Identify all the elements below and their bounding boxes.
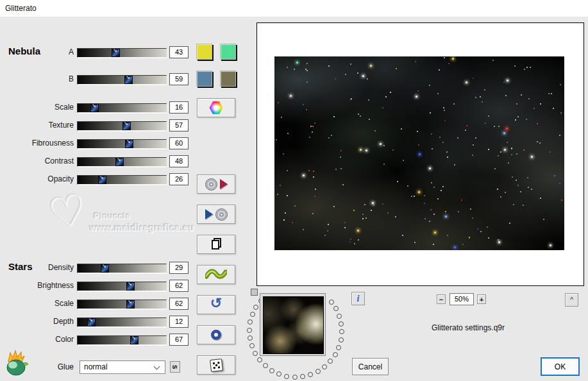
star — [424, 195, 425, 196]
memory-dot[interactable] — [328, 359, 333, 364]
slider-thumb[interactable]: ↘ — [130, 336, 139, 344]
memory-dot[interactable] — [333, 352, 338, 357]
memory-dot[interactable] — [308, 372, 313, 377]
nebula-color-b2-swatch[interactable] — [220, 71, 236, 87]
collapse-button[interactable]: ^ — [565, 293, 578, 307]
glue-cycle-button[interactable]: s — [170, 361, 180, 373]
slider-thumb[interactable]: ↘ — [98, 176, 106, 184]
nebula-a-value[interactable]: 43 — [169, 46, 189, 58]
memory-dot[interactable] — [269, 368, 274, 373]
memory-dot[interactable] — [250, 312, 255, 317]
slider-thumb[interactable]: ↘ — [87, 318, 96, 326]
stars-density-value[interactable]: 29 — [169, 262, 189, 274]
nebula-scale-slider[interactable]: ↘ — [77, 103, 167, 113]
slider-thumb[interactable]: ↘ — [101, 264, 109, 273]
slider-thumb[interactable]: ↘ — [90, 104, 99, 112]
nebula-contrast-slider[interactable]: ↘ — [77, 157, 167, 167]
nebula-scale-value[interactable]: 16 — [169, 101, 189, 114]
slider-thumb[interactable]: ↘ — [126, 282, 135, 291]
info-button[interactable]: i — [351, 292, 365, 305]
zoom-out-button[interactable]: − — [437, 294, 446, 304]
nebula-opacity-slider[interactable]: ↘ — [77, 175, 167, 185]
stars-brightness-value[interactable]: 62 — [169, 280, 189, 292]
memory-dot[interactable] — [339, 337, 344, 343]
star — [296, 62, 298, 64]
stars-brightness-slider[interactable]: ↘ — [77, 282, 167, 291]
memory-dot[interactable] — [339, 329, 344, 334]
memory-dot[interactable] — [248, 319, 253, 325]
preview-image[interactable] — [274, 56, 564, 250]
color-picker-button[interactable] — [197, 98, 235, 117]
memory-dot[interactable] — [253, 305, 258, 310]
nebula-texture-slider[interactable]: ↘ — [77, 121, 167, 131]
glue-dropdown[interactable]: normal — [80, 360, 165, 374]
nebula-a-slider[interactable]: ↘ — [77, 48, 167, 58]
reset-button[interactable] — [197, 325, 235, 344]
nebula-fibrousness-slider[interactable]: ↘ — [77, 139, 167, 149]
memory-dot[interactable] — [333, 306, 339, 311]
nebula-fibrousness-value[interactable]: 60 — [169, 137, 189, 149]
star — [531, 156, 533, 158]
memory-dot[interactable] — [322, 364, 327, 369]
memory-dot[interactable] — [263, 363, 268, 368]
randomize-button[interactable] — [197, 355, 235, 375]
nebula-opacity-value[interactable]: 26 — [169, 173, 189, 185]
memory-dot[interactable] — [292, 375, 298, 380]
undo-arrow-icon: ↺ — [210, 296, 222, 310]
memory-dot[interactable] — [257, 357, 262, 362]
slider-thumb[interactable]: ↘ — [115, 158, 124, 166]
ribbon-button[interactable] — [197, 265, 235, 284]
nebula-color-a2-swatch[interactable] — [220, 44, 236, 60]
save-settings-button[interactable] — [197, 174, 235, 194]
star — [432, 148, 433, 149]
nebula-contrast-value[interactable]: 48 — [169, 155, 189, 167]
cancel-button[interactable]: Cancel — [352, 358, 389, 375]
nebula-color-b1-swatch[interactable] — [196, 71, 212, 87]
nebula-texture-value[interactable]: 57 — [169, 119, 189, 131]
settings-thumbnail[interactable] — [263, 296, 324, 354]
star — [504, 149, 506, 151]
memory-dot[interactable] — [284, 374, 289, 379]
slider-thumb[interactable]: ↘ — [124, 76, 133, 84]
stars-depth-slider[interactable]: ↘ — [77, 318, 167, 327]
memory-dot[interactable] — [315, 369, 321, 374]
nebula-b-slider[interactable]: ↘ — [77, 75, 167, 85]
zoom-in-button[interactable]: + — [477, 294, 486, 304]
memory-dot[interactable] — [276, 371, 281, 377]
slider-thumb[interactable]: ↘ — [122, 122, 131, 130]
undo-button[interactable]: ↺ — [197, 295, 235, 314]
slider-thumb[interactable]: ↘ — [125, 140, 133, 148]
memory-dot[interactable] — [247, 328, 252, 333]
nebula-b-value[interactable]: 59 — [169, 73, 189, 85]
ok-button[interactable]: OK — [541, 357, 580, 376]
star — [350, 239, 351, 240]
star — [498, 126, 500, 127]
stars-density-slider[interactable]: ↘ — [77, 264, 167, 273]
copy-settings-button[interactable] — [197, 235, 235, 254]
slider-thumb[interactable]: ↘ — [126, 300, 135, 309]
star — [485, 123, 486, 124]
stars-density-label: Density — [0, 263, 74, 272]
nebula-color-a1-swatch[interactable] — [196, 44, 212, 60]
flaming-pear-logo — [3, 349, 31, 377]
star — [385, 96, 387, 97]
stars-depth-value[interactable]: 12 — [169, 316, 189, 328]
memory-dot[interactable] — [248, 335, 253, 341]
stars-scale-slider[interactable]: ↘ — [77, 300, 167, 309]
stars-color-slider[interactable]: ↘ — [77, 335, 167, 345]
star — [561, 199, 562, 201]
stars-color-value[interactable]: 67 — [169, 334, 189, 346]
memory-dot[interactable] — [336, 345, 341, 350]
memory-dot[interactable] — [339, 321, 344, 326]
memory-dot[interactable] — [249, 343, 255, 348]
memory-dot[interactable] — [337, 314, 342, 319]
memory-dot[interactable] — [253, 351, 258, 356]
memory-dot[interactable] — [329, 300, 334, 305]
star — [312, 126, 314, 127]
memory-dot[interactable] — [300, 374, 305, 379]
stars-scale-value[interactable]: 62 — [169, 298, 189, 310]
slider-thumb[interactable]: ↘ — [112, 49, 120, 57]
load-settings-button[interactable] — [197, 205, 235, 224]
star — [294, 205, 296, 207]
memory-dot-anchor[interactable] — [251, 289, 258, 296]
